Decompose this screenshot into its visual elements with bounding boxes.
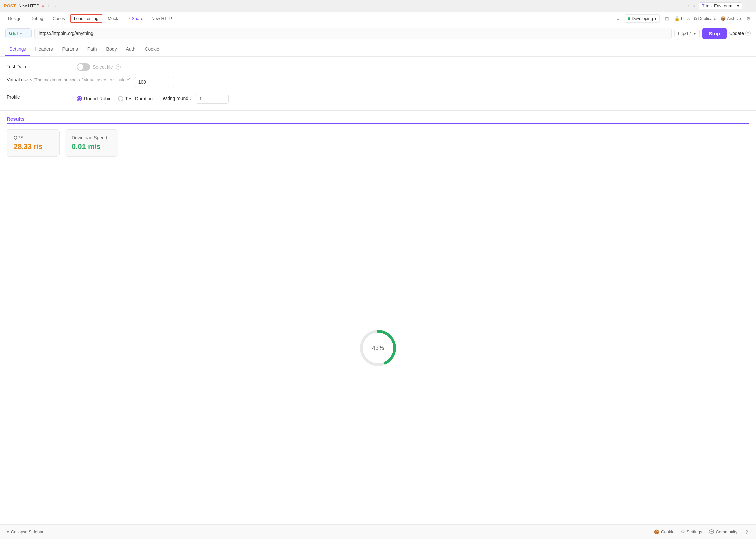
virtual-users-sub: (The maximum number of virtual users to … <box>34 77 130 82</box>
results-cards: QPS 28.33 r/s Download Speed 0.01 m/s <box>7 129 749 157</box>
update-help-icon: ? <box>745 31 751 36</box>
main-menu-btn[interactable]: ≡ <box>745 2 752 10</box>
community-btn[interactable]: 💬 Community <box>709 529 737 534</box>
request-name: New HTTP <box>149 14 175 23</box>
title-method: POST <box>4 3 16 8</box>
env-icon: T <box>702 3 704 8</box>
main-content: Settings Headers Params Path Body Auth C… <box>0 42 756 524</box>
protocol-label: http/1.1 <box>678 31 692 36</box>
env-chevron-icon: ▾ <box>737 3 739 8</box>
bottom-settings-btn[interactable]: ⚙ Settings <box>681 529 702 534</box>
virtual-users-label-container: Virtual users (The maximum number of vir… <box>7 77 131 82</box>
community-label: Community <box>716 529 737 534</box>
test-duration-label: Test Duration <box>125 96 153 101</box>
env-select-chevron-icon: ▾ <box>654 16 657 21</box>
test-data-control: Select file ? <box>77 63 121 70</box>
download-speed-card: Download Speed 0.01 m/s <box>65 129 118 157</box>
profile-row: Profile Round-Robin Test Duration Testin… <box>7 94 749 104</box>
url-input[interactable] <box>34 28 672 39</box>
cookie-label: Cookie <box>661 529 674 534</box>
settings-tab-params[interactable]: Params <box>58 43 82 56</box>
settings-tab-cookie[interactable]: Cookie <box>141 43 163 56</box>
share-label: Share <box>132 16 143 21</box>
round-robin-option[interactable]: Round-Robin <box>77 96 111 101</box>
qps-label: QPS <box>14 135 53 140</box>
env-name: test Environm... <box>706 3 735 8</box>
lock-button[interactable]: 🔒 Lock <box>674 16 690 21</box>
tab-design[interactable]: Design <box>4 14 25 23</box>
url-bar: GET ▾ http/1.1 ▾ Stop Update ? <box>0 25 756 42</box>
virtual-users-row: Virtual users (The maximum number of vir… <box>7 77 749 87</box>
nav-forward-btn[interactable]: › <box>692 3 696 9</box>
cookie-btn[interactable]: 🍪 Cookie <box>654 529 674 534</box>
archive-label: Archive <box>727 16 741 21</box>
protocol-chevron-icon: ▾ <box>694 31 696 36</box>
env-select-label: Developing <box>632 16 653 21</box>
profile-control: Round-Robin Test Duration Testing round： <box>77 94 229 104</box>
round-robin-label: Round-Robin <box>84 96 111 101</box>
test-duration-option[interactable]: Test Duration <box>118 96 153 101</box>
test-duration-radio[interactable] <box>118 96 123 101</box>
virtual-users-label: Virtual users <box>7 77 33 82</box>
env-status-dot <box>628 17 630 20</box>
collapse-label: Collapse Sidebar <box>11 529 44 534</box>
round-robin-radio[interactable] <box>77 96 82 101</box>
nav-back-btn[interactable]: ‹ <box>686 3 691 9</box>
results-title: Results <box>7 116 749 124</box>
nav-buttons: ‹ › <box>686 3 696 9</box>
cookie-icon: 🍪 <box>654 529 659 534</box>
tab-mock[interactable]: Mock <box>103 14 122 23</box>
title-more-btn[interactable]: ··· <box>52 3 56 8</box>
download-speed-value: 0.01 m/s <box>72 142 111 151</box>
tab-share[interactable]: ↗ Share <box>123 14 147 23</box>
collapse-sidebar-btn[interactable]: « Collapse Sidebar <box>7 529 44 534</box>
update-button[interactable]: Update ? <box>729 31 751 36</box>
env-dropdown[interactable]: Developing ▾ <box>625 14 660 23</box>
progress-label: 43% <box>372 344 384 351</box>
settings-tab-body[interactable]: Body <box>102 43 121 56</box>
test-data-toggle[interactable] <box>77 63 90 70</box>
select-file-label[interactable]: Select file <box>93 64 113 69</box>
tab-load-testing[interactable]: Load Testing <box>70 14 103 23</box>
lock-icon: 🔒 <box>674 16 680 21</box>
layout-btn[interactable]: ⊞ <box>664 15 670 23</box>
title-bar: POST New HTTP ● + ··· ‹ › T test Environ… <box>0 0 756 12</box>
duplicate-button[interactable]: ⧉ Duplicate <box>694 16 716 21</box>
tab-right-actions: ≡ Developing ▾ ⊞ 🔒 Lock ⧉ Duplicate 📦 Ar… <box>615 14 752 23</box>
tab-cases[interactable]: Cases <box>49 14 69 23</box>
filter-btn[interactable]: ≡ <box>615 15 621 23</box>
testing-round-input[interactable] <box>196 94 229 104</box>
method-chevron-icon: ▾ <box>20 32 22 36</box>
tab-bar: Design Debug Cases Load Testing Mock ↗ S… <box>0 12 756 25</box>
tab-debug[interactable]: Debug <box>27 14 47 23</box>
title-plus-btn[interactable]: + <box>47 3 50 9</box>
settings-content: Test Data Select file ? Virtual users (T… <box>0 57 756 110</box>
download-speed-label: Download Speed <box>72 135 111 140</box>
archive-button[interactable]: 📦 Archive <box>720 16 741 21</box>
settings-icon-btn[interactable]: ⚙ <box>745 15 752 23</box>
qps-value: 28.33 r/s <box>14 142 53 151</box>
virtual-users-input[interactable] <box>135 77 174 87</box>
environment-selector[interactable]: T test Environm... ▾ <box>699 2 742 9</box>
bottom-help-btn[interactable]: ? <box>744 528 749 536</box>
test-data-row: Test Data Select file ? <box>7 63 749 70</box>
duplicate-icon: ⧉ <box>694 16 697 21</box>
lock-label: Lock <box>681 16 690 21</box>
archive-icon: 📦 <box>720 16 725 21</box>
results-section: Results QPS 28.33 r/s Download Speed 0.0… <box>0 111 756 524</box>
bottom-settings-icon: ⚙ <box>681 529 685 534</box>
progress-circle: 43% <box>358 328 398 368</box>
protocol-dropdown[interactable]: http/1.1 ▾ <box>674 29 699 38</box>
method-dropdown[interactable]: GET ▾ <box>5 29 32 38</box>
settings-tab-bar: Settings Headers Params Path Body Auth C… <box>0 42 756 57</box>
duplicate-label: Duplicate <box>698 16 716 21</box>
stop-button[interactable]: Stop <box>702 28 726 39</box>
settings-tab-auth[interactable]: Auth <box>122 43 139 56</box>
profile-label: Profile <box>7 94 73 101</box>
settings-tab-settings[interactable]: Settings <box>5 43 30 56</box>
update-label: Update <box>729 31 744 36</box>
settings-tab-path[interactable]: Path <box>83 43 101 56</box>
test-data-help-icon[interactable]: ? <box>115 64 121 69</box>
test-data-label: Test Data <box>7 63 73 70</box>
settings-tab-headers[interactable]: Headers <box>32 43 57 56</box>
